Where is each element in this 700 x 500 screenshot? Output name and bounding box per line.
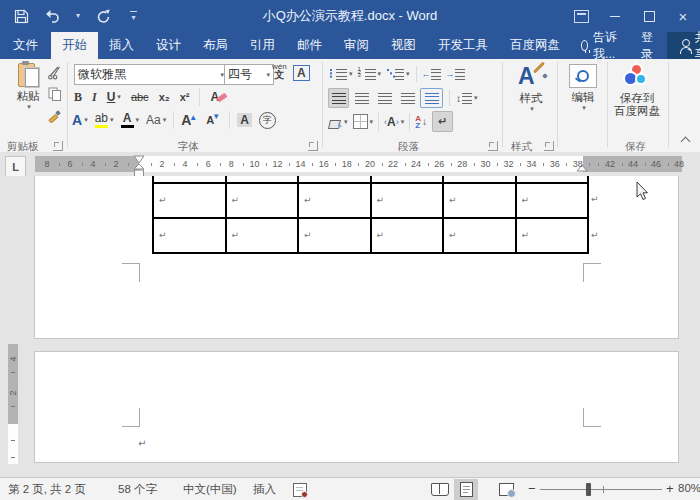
tell-me-box[interactable]: 告诉我... xyxy=(571,32,629,59)
zoom-level[interactable]: 80% xyxy=(678,482,700,494)
cut-button[interactable] xyxy=(47,65,62,83)
print-layout-button[interactable] xyxy=(454,479,478,500)
tab-3[interactable]: 设计 xyxy=(145,32,192,59)
font-name-combo[interactable]: 微软雅黑▾ xyxy=(74,64,228,85)
sort-button[interactable]: AZ↓ xyxy=(415,115,427,129)
table-cell-partial[interactable] xyxy=(227,176,300,184)
multilevel-list-button[interactable]: ▾ xyxy=(387,69,410,80)
numbering-button[interactable]: 123▾ xyxy=(359,69,382,80)
shading-button[interactable]: ▾ xyxy=(328,116,348,128)
editing-button[interactable]: 编辑 ▾ xyxy=(566,64,600,112)
align-right-button[interactable] xyxy=(374,88,395,108)
zoom-in-button[interactable]: + xyxy=(666,481,674,496)
zoom-slider-track[interactable] xyxy=(540,489,662,490)
bold-button[interactable]: B xyxy=(74,90,82,105)
save-to-baidu-button[interactable]: 保存到百度网盘 xyxy=(613,63,661,118)
character-border-button[interactable]: A xyxy=(293,65,310,81)
tab-file[interactable]: 文件 xyxy=(0,32,51,59)
customize-qat-icon[interactable]: ▾ xyxy=(130,11,137,22)
format-painter-button[interactable] xyxy=(48,109,62,126)
justify-button[interactable] xyxy=(397,88,418,108)
styles-dialog-launcher-icon[interactable] xyxy=(544,141,554,151)
enclose-characters-button[interactable]: 字 xyxy=(259,112,276,129)
tab-9[interactable]: 开发工具 xyxy=(427,32,499,59)
table-cell[interactable]: ↵ xyxy=(227,219,300,254)
shrink-font-button[interactable]: A▼ xyxy=(206,113,222,127)
table-cell[interactable]: ↵ xyxy=(444,219,517,254)
read-mode-button[interactable] xyxy=(428,479,452,500)
tab-6[interactable]: 邮件 xyxy=(286,32,333,59)
tab-2[interactable]: 插入 xyxy=(98,32,145,59)
sign-in-button[interactable]: 登录 xyxy=(629,32,665,59)
text-effects-button[interactable]: A▾ xyxy=(72,112,88,128)
language-indicator[interactable]: 中文(中国) xyxy=(183,482,237,497)
table-cell[interactable]: ↵ xyxy=(299,219,372,254)
paragraph-dialog-launcher-icon[interactable] xyxy=(488,141,498,151)
font-color-button[interactable]: A▾ xyxy=(121,113,140,128)
font-dialog-launcher-icon[interactable] xyxy=(308,141,318,151)
align-left-button[interactable] xyxy=(328,88,349,108)
subscript-button[interactable]: x₂ xyxy=(159,91,170,103)
superscript-button[interactable]: x² xyxy=(180,91,190,103)
save-icon[interactable] xyxy=(12,7,30,25)
maximize-button[interactable] xyxy=(632,0,666,32)
increase-indent-button[interactable]: → xyxy=(447,69,465,80)
zoom-slider-handle[interactable] xyxy=(586,483,591,496)
borders-button[interactable]: ▾ xyxy=(353,114,374,129)
undo-dropdown-icon[interactable]: ▾ xyxy=(76,12,80,20)
show-hide-marks-button[interactable]: ↵ xyxy=(432,111,453,132)
character-scaling-button[interactable]: ‹A›▾ xyxy=(384,115,404,129)
word-count[interactable]: 58 个字 xyxy=(118,482,157,497)
table-cell[interactable]: ↵ xyxy=(444,184,517,219)
table-cell-partial[interactable] xyxy=(299,176,372,184)
first-line-indent-marker[interactable] xyxy=(133,155,145,164)
italic-button[interactable]: I xyxy=(92,90,97,105)
vertical-ruler-margin[interactable]: 4 2 xyxy=(8,344,18,424)
table-cell[interactable]: ↵ xyxy=(517,184,590,219)
bullets-button[interactable]: ▾ xyxy=(330,69,353,80)
tab-selector-box[interactable]: L xyxy=(5,156,26,177)
clear-formatting-button[interactable]: A xyxy=(210,90,219,104)
table-cell-partial[interactable] xyxy=(372,176,445,184)
share-button[interactable]: + 共享 xyxy=(667,32,700,59)
redo-button[interactable] xyxy=(94,7,112,25)
table-cell[interactable]: ↵ xyxy=(299,184,372,219)
table-cell-partial[interactable] xyxy=(517,176,590,184)
underline-button[interactable]: U▾ xyxy=(107,90,121,104)
document-area[interactable]: 4 2 ↵↵↵↵↵↵↵↵↵↵↵↵ ↵ ↵ ↵ xyxy=(0,176,700,477)
zoom-out-button[interactable]: − xyxy=(528,481,536,496)
horizontal-ruler[interactable]: 8642246810121416182022242628303234363842… xyxy=(35,156,682,172)
change-case-button[interactable]: Aa▾ xyxy=(146,113,166,127)
tab-5[interactable]: 引用 xyxy=(239,32,286,59)
close-button[interactable]: × xyxy=(666,0,700,32)
insert-mode-indicator[interactable]: 插入 xyxy=(253,482,276,497)
table-cell[interactable]: ↵ xyxy=(372,184,445,219)
tab-4[interactable]: 布局 xyxy=(192,32,239,59)
table-cell-partial[interactable] xyxy=(444,176,517,184)
undo-button[interactable] xyxy=(44,7,62,25)
table-cell[interactable]: ↵ xyxy=(227,184,300,219)
minimize-button[interactable] xyxy=(598,0,632,32)
table-cell[interactable]: ↵ xyxy=(517,219,590,254)
collapse-ribbon-icon[interactable] xyxy=(680,135,692,145)
tab-8[interactable]: 视图 xyxy=(380,32,427,59)
grow-font-button[interactable]: A▲ xyxy=(181,112,199,128)
distribute-button[interactable] xyxy=(420,88,443,108)
decrease-indent-button[interactable]: ← xyxy=(423,69,441,80)
macro-record-icon[interactable] xyxy=(293,483,307,497)
align-center-button[interactable] xyxy=(351,88,372,108)
line-spacing-button[interactable]: ↕▾ xyxy=(456,93,478,104)
table-cell[interactable]: ↵ xyxy=(154,184,227,219)
strikethrough-button[interactable]: abc xyxy=(131,91,149,103)
character-shading-button[interactable]: A xyxy=(237,113,252,127)
phonetic-guide-button[interactable]: wén 文 xyxy=(272,63,287,79)
tab-10[interactable]: 百度网盘 xyxy=(499,32,571,59)
table-cell-partial[interactable] xyxy=(154,176,227,184)
table-cell[interactable]: ↵ xyxy=(154,219,227,254)
vertical-ruler-content[interactable] xyxy=(8,424,18,464)
clipboard-dialog-launcher-icon[interactable] xyxy=(53,141,63,151)
web-layout-button[interactable] xyxy=(494,479,518,500)
page-2[interactable]: ↵ xyxy=(35,352,678,462)
ribbon-display-options-icon[interactable] xyxy=(564,0,598,32)
tab-1[interactable]: 开始 xyxy=(51,32,98,59)
